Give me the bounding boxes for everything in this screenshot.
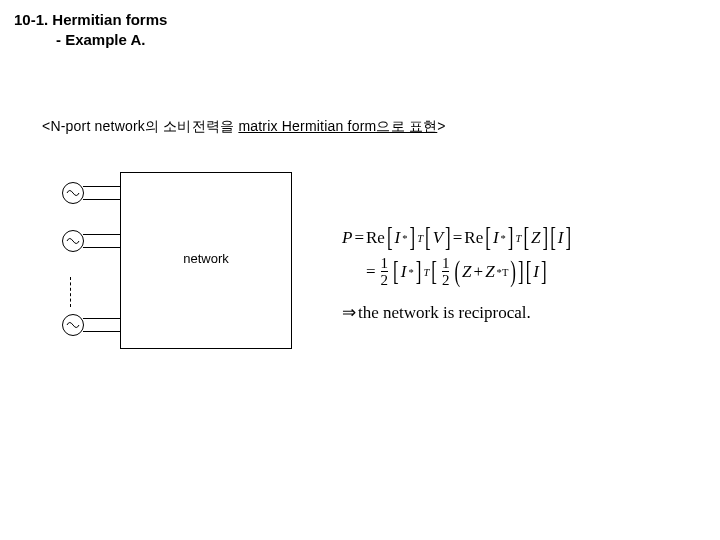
frac-num: 1 bbox=[381, 256, 389, 271]
wire bbox=[83, 331, 120, 332]
sym-I: I bbox=[493, 228, 499, 248]
wire bbox=[83, 318, 120, 319]
sym-eq: = bbox=[354, 228, 364, 248]
subhead-text-underlined: matrix Hermitian form으로 표현 bbox=[238, 118, 437, 134]
frac-half: 1 2 bbox=[381, 256, 389, 288]
network-label: network bbox=[121, 251, 291, 266]
sym-P: P bbox=[342, 228, 352, 248]
ac-source-icon bbox=[62, 314, 84, 336]
title-line1: 10-1. Hermitian forms bbox=[14, 10, 167, 30]
equation-conclusion: ⇒ the network is reciprocal. bbox=[342, 302, 571, 323]
wire bbox=[83, 234, 120, 235]
slide-title: 10-1. Hermitian forms - Example A. bbox=[14, 10, 167, 51]
equation-block: P = Re [I*]T [V] = Re [I*]T [Z] [I] = 1 … bbox=[342, 220, 571, 331]
sup-star: * bbox=[501, 233, 506, 244]
sym-Z: Z bbox=[462, 262, 471, 282]
ac-source-icon bbox=[62, 230, 84, 252]
sym-Z: Z bbox=[485, 262, 494, 282]
sym-eq: = bbox=[453, 228, 463, 248]
vertical-dots-icon bbox=[70, 277, 71, 307]
wire bbox=[83, 247, 120, 248]
sup-starT: *T bbox=[497, 267, 509, 278]
frac-den: 2 bbox=[442, 271, 450, 288]
network-box: network bbox=[120, 172, 292, 349]
sup-star: * bbox=[408, 267, 413, 278]
sym-Re: Re bbox=[366, 228, 385, 248]
sup-T: T bbox=[423, 267, 429, 278]
equation-line-1: P = Re [I*]T [V] = Re [I*]T [Z] [I] bbox=[342, 228, 571, 248]
wire bbox=[83, 199, 120, 200]
sym-plus: + bbox=[474, 262, 484, 282]
conclusion-text: the network is reciprocal. bbox=[358, 303, 531, 323]
sym-I: I bbox=[533, 262, 539, 282]
sym-I: I bbox=[558, 228, 564, 248]
angle-close: > bbox=[437, 118, 445, 134]
equation-line-2: = 1 2 [I*]T [ 1 2 (Z + Z*T) ] [I] bbox=[342, 256, 571, 288]
sym-I: I bbox=[401, 262, 407, 282]
sym-Z: Z bbox=[531, 228, 540, 248]
frac-num: 1 bbox=[442, 256, 450, 271]
ac-source-icon bbox=[62, 182, 84, 204]
nport-diagram: network bbox=[50, 172, 290, 347]
section-subheading: <N-port network의 소비전력을 matrix Hermitian … bbox=[42, 118, 446, 136]
wire bbox=[83, 186, 120, 187]
sym-I: I bbox=[395, 228, 401, 248]
frac-half: 1 2 bbox=[442, 256, 450, 288]
sup-star: * bbox=[402, 233, 407, 244]
subhead-text-1: N-port network의 소비전력을 bbox=[50, 118, 238, 134]
sym-eq: = bbox=[366, 262, 376, 282]
title-line2: - Example A. bbox=[14, 30, 167, 50]
sym-V: V bbox=[433, 228, 443, 248]
sym-Re: Re bbox=[464, 228, 483, 248]
implies-icon: ⇒ bbox=[342, 302, 356, 323]
sup-T: T bbox=[417, 233, 423, 244]
frac-den: 2 bbox=[381, 271, 389, 288]
sup-T: T bbox=[516, 233, 522, 244]
